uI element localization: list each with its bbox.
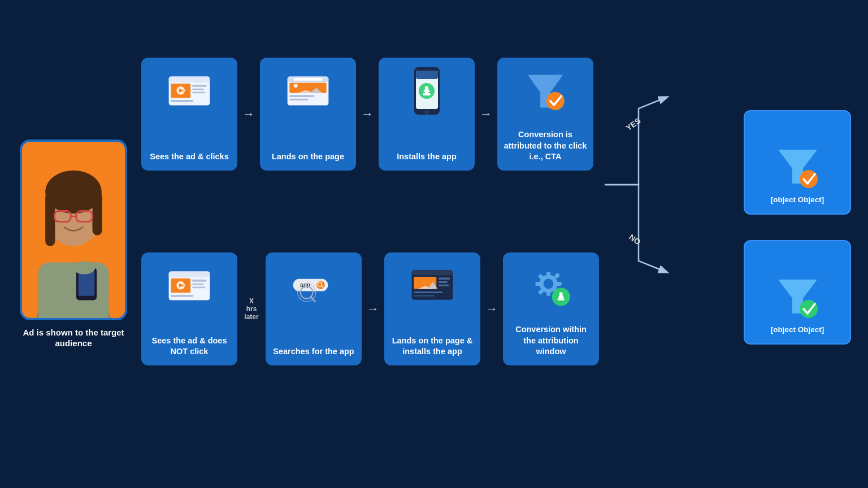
sees-ad-clicks-label: Sees the ad & clicks xyxy=(150,151,228,163)
svg-rect-76 xyxy=(555,281,562,285)
landing-page-svg xyxy=(285,68,331,114)
branch-area: YES NO xyxy=(599,188,672,430)
svg-text:NO: NO xyxy=(627,232,642,246)
person-illustration xyxy=(22,142,125,318)
svg-rect-83 xyxy=(559,292,562,298)
vta-result-label: [object Object] xyxy=(771,195,824,205)
lands-installs-icon xyxy=(410,260,455,311)
svg-rect-4 xyxy=(45,191,55,246)
svg-rect-68 xyxy=(439,285,449,286)
search-app-icon: app xyxy=(291,260,336,311)
lands-installs-label: Lands on the page & installs the app xyxy=(390,336,475,358)
person-label: Ad is shown to the target audience xyxy=(17,327,130,349)
lands-installs-box: Lands on the page & installs the app xyxy=(384,252,480,365)
gear-download-icon xyxy=(528,260,574,311)
person-image xyxy=(20,140,127,320)
svg-rect-75 xyxy=(535,281,541,285)
svg-rect-38 xyxy=(423,93,431,95)
arrow-3-top: → xyxy=(475,107,497,121)
row-bottom: Sees the ad & does NOT click X hrs later… xyxy=(141,188,732,430)
arrow-1-bottom: → xyxy=(362,302,384,316)
svg-rect-14 xyxy=(169,81,210,82)
svg-rect-74 xyxy=(546,290,550,296)
searches-app-label: Searches for the app xyxy=(273,346,354,358)
svg-rect-73 xyxy=(546,272,550,278)
svg-point-39 xyxy=(424,110,429,115)
sees-ad-no-click-box: Sees the ad & does NOT click xyxy=(141,252,237,365)
phone-install-icon xyxy=(404,66,449,116)
sees-ad-clicks-box: Sees the ad & clicks xyxy=(141,58,237,171)
svg-rect-37 xyxy=(425,86,428,93)
installs-app-box: Installs the app xyxy=(379,58,475,171)
gear-download-svg xyxy=(528,262,574,310)
svg-point-72 xyxy=(544,278,554,289)
ad-icon xyxy=(167,66,212,116)
arrow-2-top: → xyxy=(356,107,379,121)
vta-funnel-icon xyxy=(774,147,822,191)
arrow-1-top: → xyxy=(237,107,260,121)
svg-rect-20 xyxy=(192,91,205,93)
svg-rect-51 xyxy=(171,295,193,297)
attribution-window-box: Conversion within the attribution window xyxy=(503,252,599,365)
vta-result-box: [object Object] xyxy=(744,110,851,215)
svg-point-41 xyxy=(546,91,565,110)
svg-rect-70 xyxy=(414,295,434,297)
sees-ad-no-click-label: Sees the ad & does NOT click xyxy=(147,336,232,358)
results-column: [object Object] [object Object] xyxy=(744,11,851,477)
svg-point-90 xyxy=(800,170,818,188)
svg-point-11 xyxy=(73,261,95,274)
svg-rect-62 xyxy=(412,273,453,275)
ad-no-click-icon xyxy=(167,260,212,311)
installs-app-label: Installs the app xyxy=(397,151,457,163)
svg-rect-1 xyxy=(38,262,109,318)
svg-rect-31 xyxy=(289,99,308,101)
funnel-check-icon xyxy=(523,66,568,116)
organic-result-box: [object Object] xyxy=(744,240,851,345)
arrow-2-bottom: → xyxy=(480,302,503,316)
svg-rect-30 xyxy=(289,95,314,97)
x-hrs-label: X hrs later xyxy=(237,297,266,321)
svg-rect-5 xyxy=(93,191,102,235)
svg-point-92 xyxy=(800,300,818,318)
svg-rect-34 xyxy=(416,71,438,79)
svg-rect-69 xyxy=(414,291,442,293)
vta-funnel-svg xyxy=(774,147,822,189)
main-container: Ad is shown to the target audience xyxy=(0,0,868,488)
svg-rect-67 xyxy=(439,281,448,283)
svg-rect-50 xyxy=(192,286,205,288)
svg-rect-19 xyxy=(192,89,203,90)
svg-rect-49 xyxy=(192,284,203,285)
searches-app-box: app Searches for the app xyxy=(266,252,362,365)
landing-page-icon xyxy=(285,66,331,116)
svg-rect-66 xyxy=(439,277,450,280)
person-card: Ad is shown to the target audience xyxy=(17,140,130,349)
branch-svg: YES NO xyxy=(599,63,672,306)
funnel-cta-svg xyxy=(523,67,568,115)
conversion-cta-box: Conversion is attributed to the click i.… xyxy=(497,58,593,171)
organic-funnel-icon xyxy=(774,277,822,321)
rows-container: Sees the ad & clicks → xyxy=(141,58,732,430)
lands-installs-svg xyxy=(410,263,455,308)
lands-page-box-top: Lands on the page xyxy=(260,58,356,171)
lands-page-label-top: Lands on the page xyxy=(272,151,344,163)
attribution-window-label: Conversion within the attribution window xyxy=(509,324,593,358)
conversion-cta-label: Conversion is attributed to the click i.… xyxy=(503,129,588,163)
organic-result-label: [object Object] xyxy=(771,325,824,335)
svg-rect-48 xyxy=(192,280,206,282)
svg-rect-44 xyxy=(169,276,210,277)
organic-funnel-svg xyxy=(774,277,822,319)
svg-rect-25 xyxy=(294,78,323,81)
svg-rect-21 xyxy=(171,100,193,102)
svg-point-29 xyxy=(294,84,298,88)
ad-play-icon xyxy=(167,68,212,114)
search-app-svg: app xyxy=(291,262,336,310)
svg-text:YES: YES xyxy=(624,116,643,132)
phone-install-svg xyxy=(409,66,445,116)
svg-rect-18 xyxy=(192,85,206,87)
svg-rect-84 xyxy=(558,298,565,300)
ad-no-click-svg xyxy=(167,263,212,308)
